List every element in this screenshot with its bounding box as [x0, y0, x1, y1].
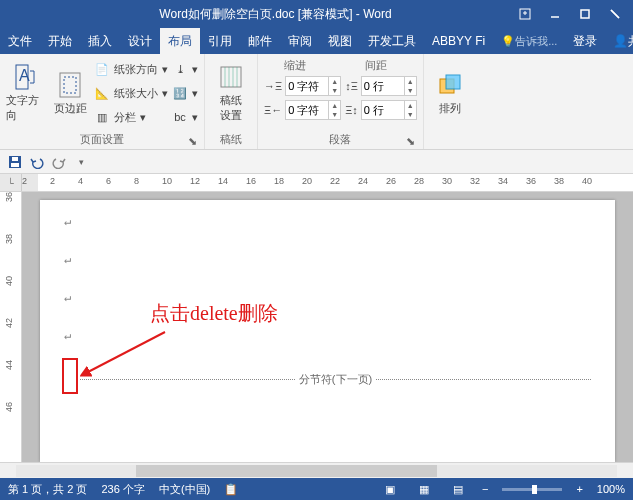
chevron-down-icon: ▾ [192, 111, 198, 124]
tell-me-search[interactable]: 💡 告诉我... [493, 28, 565, 54]
zoom-level[interactable]: 100% [597, 483, 625, 495]
indent-left-spinner[interactable]: ▲▼ [285, 76, 341, 96]
columns-button[interactable]: ▥分栏 ▾ [94, 106, 168, 128]
redo-button[interactable] [50, 153, 68, 171]
zoom-in-button[interactable]: + [576, 483, 582, 495]
spacing-after-spinner[interactable]: ▲▼ [361, 100, 417, 120]
orientation-icon: 📄 [94, 61, 110, 77]
minimize-icon[interactable] [541, 4, 569, 24]
spacing-before-spinner[interactable]: ▲▼ [361, 76, 417, 96]
size-button[interactable]: 📐纸张大小 ▾ [94, 82, 168, 104]
document-area[interactable]: ↵ ↵ ↵ ↵ 点击delete删除 分节符(下一页) [22, 192, 633, 462]
indent-right-icon: Ξ← [264, 104, 282, 116]
language-status[interactable]: 中文(中国) [159, 482, 210, 497]
chevron-down-icon: ▾ [162, 63, 168, 76]
hyphenation-button[interactable]: bc▾ [172, 106, 198, 128]
ribbon-options-icon[interactable] [511, 4, 539, 24]
print-layout-button[interactable]: ▦ [414, 481, 434, 497]
tab-view[interactable]: 视图 [320, 28, 360, 54]
spin-down[interactable]: ▼ [404, 86, 416, 95]
tab-design[interactable]: 设计 [120, 28, 160, 54]
spin-up[interactable]: ▲ [404, 101, 416, 110]
save-button[interactable] [6, 153, 24, 171]
insert-mode-icon[interactable]: 📋 [224, 483, 238, 496]
indent-left-icon: →Ξ [264, 80, 282, 92]
svg-text:A: A [19, 67, 30, 84]
indent-right-spinner[interactable]: ▲▼ [285, 100, 341, 120]
window-title: Word如何删除空白页.doc [兼容模式] - Word [40, 6, 511, 23]
svg-rect-20 [12, 157, 18, 161]
section-break: 分节符(下一页) [80, 372, 591, 387]
breaks-icon: ⤓ [172, 61, 188, 77]
line-numbers-button[interactable]: 🔢▾ [172, 82, 198, 104]
word-count[interactable]: 236 个字 [101, 482, 144, 497]
svg-rect-11 [221, 67, 241, 87]
spacing-after-icon: Ξ↕ [345, 104, 358, 116]
manuscript-button[interactable]: 稿纸 设置 [211, 58, 251, 128]
tab-references[interactable]: 引用 [200, 28, 240, 54]
group-arrange: 排列 [424, 54, 476, 149]
zoom-out-button[interactable]: − [482, 483, 488, 495]
spin-down[interactable]: ▼ [328, 110, 340, 119]
highlight-box [62, 358, 78, 394]
status-bar: 第 1 页，共 2 页 236 个字 中文(中国) 📋 ▣ ▦ ▤ − + 10… [0, 478, 633, 500]
text-direction-button[interactable]: A 文字方向 [6, 58, 46, 128]
annotation-text: 点击delete删除 [150, 300, 278, 327]
text-direction-icon: A [12, 63, 40, 91]
page-setup-launcher[interactable]: ⬊ [186, 135, 198, 147]
page[interactable]: ↵ ↵ ↵ ↵ 点击delete删除 分节符(下一页) [40, 200, 615, 462]
arrange-icon [436, 71, 464, 99]
tab-abbyy[interactable]: ABBYY Fi [424, 28, 493, 54]
workspace: 363840424446 ↵ ↵ ↵ ↵ 点击delete删除 分节符(下一页) [0, 192, 633, 462]
spin-up[interactable]: ▲ [404, 77, 416, 86]
group-manuscript: 稿纸 设置 稿纸 [205, 54, 258, 149]
spin-down[interactable]: ▼ [328, 86, 340, 95]
zoom-slider[interactable] [502, 488, 562, 491]
tab-layout[interactable]: 布局 [160, 28, 200, 54]
svg-rect-4 [581, 10, 589, 18]
orientation-button[interactable]: 📄纸张方向 ▾ [94, 58, 168, 80]
svg-rect-17 [446, 75, 460, 89]
svg-line-6 [611, 10, 619, 18]
spin-down[interactable]: ▼ [404, 110, 416, 119]
paragraph-mark: ↵ [64, 290, 591, 304]
horizontal-scrollbar[interactable] [0, 462, 633, 478]
login-link[interactable]: 登录 [565, 28, 605, 54]
group-paragraph: 缩进 →Ξ ▲▼ Ξ← ▲▼ 间距 ↕Ξ ▲▼ Ξ↕ ▲▼ [258, 54, 424, 149]
ruler-corner: └ [0, 174, 22, 191]
svg-rect-10 [64, 77, 76, 93]
tab-developer[interactable]: 开发工具 [360, 28, 424, 54]
share-button[interactable]: 👤 共享 [605, 28, 633, 54]
hyphenation-icon: bc [172, 109, 188, 125]
spin-up[interactable]: ▲ [328, 101, 340, 110]
chevron-down-icon: ▾ [162, 87, 168, 100]
vertical-ruler[interactable]: 363840424446 [0, 192, 22, 462]
maximize-icon[interactable] [571, 4, 599, 24]
paragraph-mark: ↵ [64, 252, 591, 266]
read-mode-button[interactable]: ▣ [380, 481, 400, 497]
margins-icon [56, 71, 84, 99]
web-layout-button[interactable]: ▤ [448, 481, 468, 497]
spacing-before-icon: ↕Ξ [345, 80, 358, 92]
columns-icon: ▥ [94, 109, 110, 125]
breaks-button[interactable]: ⤓▾ [172, 58, 198, 80]
page-count[interactable]: 第 1 页，共 2 页 [8, 482, 87, 497]
tab-home[interactable]: 开始 [40, 28, 80, 54]
chevron-down-icon: ▾ [192, 87, 198, 100]
close-icon[interactable] [601, 4, 629, 24]
tab-mailings[interactable]: 邮件 [240, 28, 280, 54]
scroll-thumb[interactable] [136, 465, 437, 477]
spin-up[interactable]: ▲ [328, 77, 340, 86]
tab-file[interactable]: 文件 [0, 28, 40, 54]
horizontal-ruler[interactable]: └ 2246810121416182022242628303234363840 [0, 174, 633, 192]
tab-insert[interactable]: 插入 [80, 28, 120, 54]
line-numbers-icon: 🔢 [172, 85, 188, 101]
page-size-icon: 📐 [94, 85, 110, 101]
qat-customize-icon[interactable]: ▾ [72, 153, 90, 171]
margins-button[interactable]: 页边距 [50, 58, 90, 128]
paragraph-launcher[interactable]: ⬊ [405, 135, 417, 147]
tab-review[interactable]: 审阅 [280, 28, 320, 54]
title-bar: Word如何删除空白页.doc [兼容模式] - Word [0, 0, 633, 28]
undo-button[interactable] [28, 153, 46, 171]
arrange-button[interactable]: 排列 [430, 58, 470, 128]
